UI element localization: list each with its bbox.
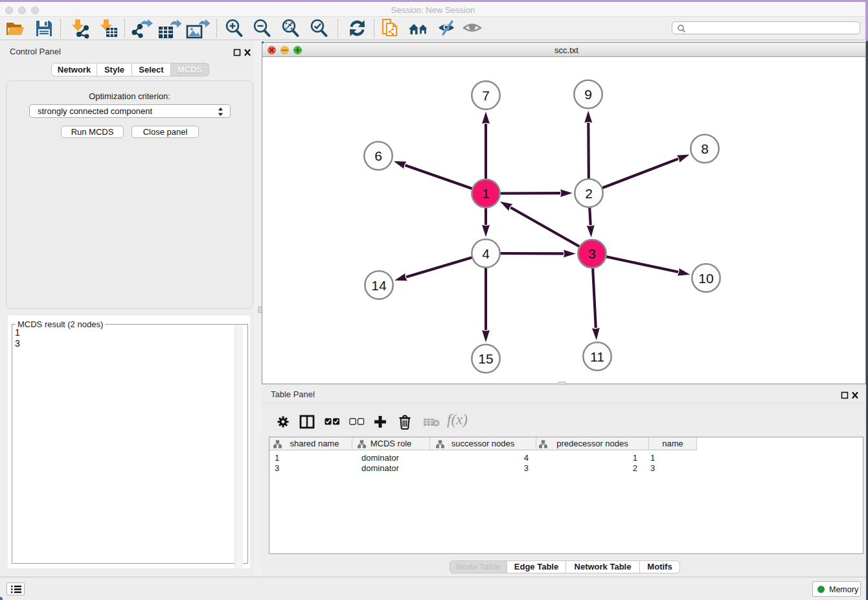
svg-text:15: 15 xyxy=(478,351,493,366)
svg-text:11: 11 xyxy=(590,349,604,364)
svg-text:1: 1 xyxy=(482,186,490,201)
svg-text:14: 14 xyxy=(371,278,387,293)
svg-text:9: 9 xyxy=(584,87,592,102)
svg-text:6: 6 xyxy=(374,148,382,163)
svg-text:8: 8 xyxy=(701,141,709,156)
svg-text:3: 3 xyxy=(588,246,596,261)
svg-text:4: 4 xyxy=(482,246,490,261)
svg-text:10: 10 xyxy=(698,271,713,286)
svg-text:7: 7 xyxy=(482,88,490,103)
svg-text:2: 2 xyxy=(585,186,593,201)
